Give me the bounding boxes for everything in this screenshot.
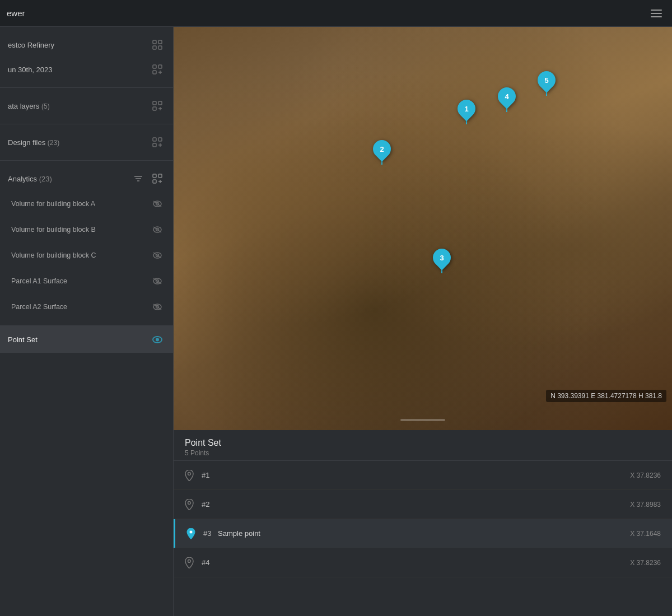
vol-b-visibility-toggle[interactable]: [150, 222, 165, 237]
data-layers-row[interactable]: ata layers (5): [0, 94, 173, 118]
analytics-item-parcel-a2[interactable]: Parcel A2 Surface: [0, 294, 173, 320]
svg-rect-22: [153, 174, 156, 178]
date-grid-icon[interactable]: [150, 62, 165, 77]
pointset-visibility-toggle[interactable]: [150, 332, 165, 347]
analytics-header[interactable]: Analytics (23): [0, 166, 173, 191]
map-terrain-overlay: [174, 27, 672, 430]
right-panel: 1 2 3 4: [174, 27, 672, 616]
detail-header: Point Set 5 Points: [174, 430, 672, 461]
menu-button[interactable]: [647, 6, 665, 21]
svg-rect-23: [158, 174, 162, 178]
svg-rect-24: [153, 180, 156, 183]
point-pin-icon-2: [185, 499, 196, 510]
sidebar: estco Refinery un 30th, 2023: [0, 27, 174, 616]
svg-rect-6: [153, 71, 156, 74]
point-item-1[interactable]: #1 X 37.8236: [174, 461, 672, 490]
vol-c-label: Volume for building block C: [11, 251, 96, 259]
point-pin-icon-3: [186, 528, 198, 539]
analytics-grid-icon[interactable]: [150, 171, 165, 186]
map-pin-3[interactable]: 3: [433, 249, 451, 273]
design-files-label: Design files (23): [8, 138, 59, 147]
point-item-2[interactable]: #2 X 37.8983: [174, 490, 672, 519]
svg-rect-5: [158, 65, 162, 68]
data-layers-grid-icon[interactable]: [150, 98, 165, 114]
vol-a-visibility-toggle[interactable]: [150, 196, 165, 212]
map-pin-2[interactable]: 2: [373, 140, 391, 165]
svg-point-44: [188, 472, 191, 475]
main-layout: estco Refinery un 30th, 2023: [0, 27, 672, 616]
app-title: ewer: [7, 8, 647, 18]
parcel-a1-label: Parcel A1 Surface: [11, 277, 67, 285]
map-pin-1[interactable]: 1: [458, 100, 475, 124]
svg-rect-4: [153, 65, 156, 68]
svg-rect-9: [153, 101, 156, 105]
project-name: estco Refinery: [8, 41, 54, 49]
vol-b-label: Volume for building block B: [11, 226, 96, 234]
points-list: #1 X 37.8236 #2 X 37.8983: [174, 461, 672, 616]
svg-rect-11: [153, 107, 156, 110]
analytics-item-parcel-a1[interactable]: Parcel A1 Surface: [0, 268, 173, 294]
point-number-2: #2: [202, 500, 630, 508]
svg-rect-3: [158, 46, 162, 49]
parcel-a2-label: Parcel A2 Surface: [11, 303, 67, 311]
vol-c-visibility-toggle[interactable]: [150, 248, 165, 263]
svg-rect-16: [153, 143, 156, 147]
detail-subtitle: 5 Points: [185, 449, 661, 457]
project-grid-icon[interactable]: [150, 37, 165, 53]
point-x-1: X 37.8236: [630, 472, 661, 479]
coordinates-overlay: N 393.39391 E 381.4727178 H 381.8: [546, 390, 666, 402]
svg-point-46: [190, 530, 193, 533]
point-x-2: X 37.8983: [630, 501, 661, 508]
point-item-3[interactable]: #3 Sample point X 37.1648: [174, 519, 672, 548]
analytics-filter-icon[interactable]: [130, 171, 146, 186]
map-scrollbar[interactable]: [400, 419, 445, 421]
analytics-item-vol-b[interactable]: Volume for building block B: [0, 217, 173, 242]
analytics-icons: [130, 171, 165, 186]
svg-rect-2: [153, 46, 156, 49]
map-pin-5[interactable]: 5: [538, 71, 556, 96]
pointset-label: Point Set: [8, 335, 38, 344]
parcel-a2-visibility-toggle[interactable]: [150, 299, 165, 315]
analytics-section: Analytics (23): [0, 161, 173, 326]
project-date: un 30th, 2023: [8, 66, 53, 74]
svg-point-43: [156, 338, 159, 341]
point-pin-icon-1: [185, 470, 196, 481]
point-number-4: #4: [202, 558, 630, 567]
project-name-row[interactable]: estco Refinery: [0, 32, 173, 57]
map-pin-4[interactable]: 4: [498, 87, 516, 112]
point-number-3: #3 Sample point: [203, 529, 630, 538]
pointset-row[interactable]: Point Set: [0, 326, 173, 353]
analytics-item-vol-a[interactable]: Volume for building block A: [0, 191, 173, 217]
design-files-section: Design files (23): [0, 124, 173, 161]
point-item-4[interactable]: #4 X 37.8236: [174, 548, 672, 577]
point-x-4: X 37.8236: [630, 559, 661, 567]
svg-point-45: [188, 501, 191, 504]
svg-rect-14: [153, 138, 156, 141]
point-name-3: Sample point: [218, 529, 260, 538]
point-x-3: X 37.1648: [630, 530, 661, 538]
map-view[interactable]: 1 2 3 4: [174, 27, 672, 430]
point-pin-icon-4: [185, 557, 196, 568]
detail-panel: Point Set 5 Points #1 X 37.8236: [174, 430, 672, 616]
project-section: estco Refinery un 30th, 2023: [0, 27, 173, 88]
point-number-1: #1: [202, 471, 630, 479]
design-files-grid-icon[interactable]: [150, 134, 165, 150]
analytics-label: Analytics (23): [8, 175, 52, 183]
svg-rect-1: [158, 40, 162, 44]
svg-point-47: [188, 559, 191, 562]
svg-rect-10: [158, 101, 162, 105]
map-background: 1 2 3 4: [174, 27, 672, 430]
date-row[interactable]: un 30th, 2023: [0, 57, 173, 82]
top-bar: ewer: [0, 0, 672, 27]
svg-rect-15: [158, 138, 162, 141]
data-layers-section: ata layers (5): [0, 88, 173, 124]
design-files-row[interactable]: Design files (23): [0, 130, 173, 155]
parcel-a1-visibility-toggle[interactable]: [150, 273, 165, 289]
detail-title: Point Set: [185, 438, 661, 448]
svg-rect-0: [153, 40, 156, 44]
vol-a-label: Volume for building block A: [11, 200, 95, 208]
analytics-item-vol-c[interactable]: Volume for building block C: [0, 242, 173, 268]
data-layers-label: ata layers (5): [8, 102, 50, 110]
